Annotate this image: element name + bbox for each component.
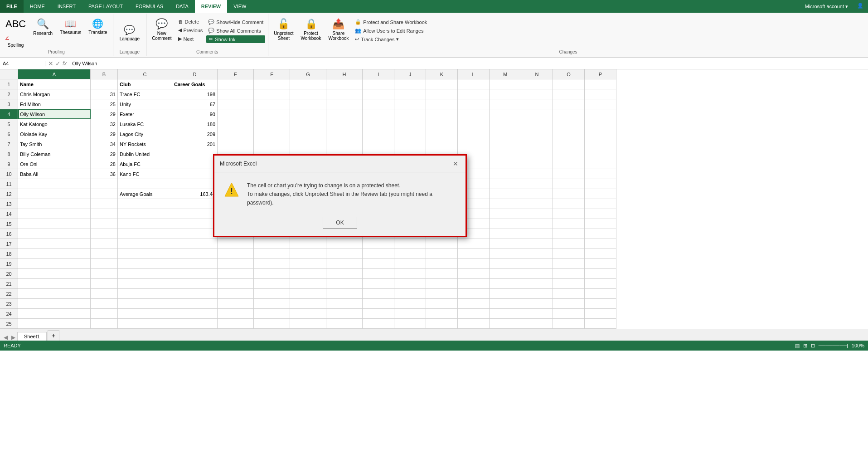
dialog-titlebar: Microsoft Excel ✕ (214, 156, 466, 172)
dialog-ok-button[interactable]: OK (323, 217, 357, 229)
dialog-line1: The cell or chart you're trying to chang… (247, 181, 456, 190)
dialog-body: ! The cell or chart you're trying to cha… (214, 172, 466, 213)
warning-icon: ! (223, 181, 240, 202)
svg-text:!: ! (230, 187, 233, 196)
dialog-overlay: Microsoft Excel ✕ ! The cell or chart yo… (0, 0, 868, 351)
dialog-footer: OK (214, 213, 466, 236)
dialog-box: Microsoft Excel ✕ ! The cell or chart yo… (213, 154, 467, 237)
dialog-close-button[interactable]: ✕ (451, 159, 460, 168)
dialog-line2: To make changes, click Unprotect Sheet i… (247, 190, 456, 207)
dialog-title: Microsoft Excel (220, 161, 257, 167)
dialog-message: The cell or chart you're trying to chang… (247, 181, 456, 208)
